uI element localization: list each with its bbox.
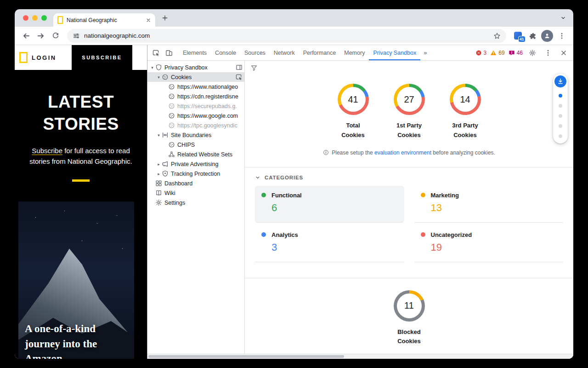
cookie-summary: 41 Total Cookies 27 1st Party Cookies — [245, 61, 573, 140]
devtools-tab-performance[interactable]: Performance — [299, 45, 340, 60]
inspect-element-button[interactable] — [150, 47, 162, 59]
devtools-toolbar: ElementsConsoleSourcesNetworkPerformance… — [147, 45, 573, 61]
category-card-functional[interactable]: Functional6 — [255, 186, 404, 223]
hero-image[interactable]: A one-of-a-kind journey into the Amazon — [18, 201, 134, 359]
donut-ring: 41 — [338, 84, 369, 115]
reload-button[interactable] — [49, 29, 62, 43]
browser-toolbar: nationalgeographic.com 41 — [15, 27, 573, 45]
donut-value: 27 — [404, 94, 414, 105]
forward-button[interactable] — [34, 29, 48, 43]
bookmark-star-icon[interactable] — [493, 32, 501, 40]
category-color-dot — [261, 193, 266, 197]
tab-close-icon[interactable] — [146, 17, 151, 23]
tree-item-label: Private Advertising — [171, 161, 219, 167]
back-button[interactable] — [19, 29, 33, 43]
gear-icon — [529, 49, 536, 57]
scrollbar-thumb[interactable] — [148, 355, 344, 358]
devtools-close-button[interactable] — [558, 47, 570, 59]
cookie-icon — [168, 112, 175, 119]
devtools-tab-console[interactable]: Console — [211, 45, 240, 60]
category-card-marketing[interactable]: Marketing13 — [414, 186, 564, 223]
chevron-down-icon[interactable]: ▾ — [156, 75, 162, 80]
device-toolbar-button[interactable] — [163, 47, 175, 59]
donut-ring: 27 — [394, 84, 425, 115]
profile-avatar[interactable] — [541, 30, 553, 42]
natgeo-header: LOGIN SUBSCRIBE — [15, 45, 147, 70]
side-rail — [553, 74, 568, 144]
devtools-tab-sources[interactable]: Sources — [240, 45, 270, 60]
tree-item-tracking-protection[interactable]: ▸Tracking Protection — [147, 169, 244, 178]
tree-item-cookie-origin-1[interactable]: https://www.nationalgeo — [147, 82, 244, 92]
tab-search-button[interactable] — [560, 15, 566, 21]
site-settings-icon[interactable] — [73, 32, 80, 40]
chevron-right-icon[interactable]: ▸ — [156, 172, 162, 176]
rail-step-dot[interactable] — [559, 104, 562, 108]
tree-item-settings[interactable]: Settings — [147, 198, 244, 207]
setup-note-prefix: Please setup the — [332, 150, 374, 156]
close-window-button[interactable] — [23, 15, 28, 21]
tree-item-related-website-sets[interactable]: Related Website Sets — [147, 150, 244, 159]
inspect-icon[interactable] — [236, 74, 243, 80]
donut-ring: 14 — [450, 84, 481, 115]
download-report-button[interactable] — [554, 75, 566, 87]
donut-label: Blocked Cookies — [391, 328, 427, 347]
cookie-extension-button[interactable]: 41 — [511, 29, 525, 43]
rail-step-dot[interactable] — [559, 124, 562, 128]
fullscreen-window-button[interactable] — [41, 15, 47, 21]
rail-step-dot-active[interactable] — [559, 94, 562, 98]
tree-item-cookies[interactable]: ▾Cookies — [147, 72, 244, 82]
devtools-tab-elements[interactable]: Elements — [179, 45, 211, 60]
filter-icon[interactable] — [250, 64, 258, 72]
minimize-window-button[interactable] — [32, 15, 38, 21]
new-tab-button[interactable] — [162, 15, 168, 21]
privacy-sandbox-main: 41 Total Cookies 27 1st Party Cookies — [245, 61, 573, 359]
tree-item-cookie-origin-2[interactable]: https://cdn.registerdisne — [147, 92, 244, 101]
tree-item-cookie-origin-4[interactable]: https://www.google.com — [147, 111, 244, 121]
chevron-down-icon[interactable]: ▾ — [149, 65, 155, 70]
issues-badge[interactable]: 46 — [509, 50, 523, 56]
devtools-settings-button[interactable] — [526, 47, 538, 59]
rail-step-dot[interactable] — [559, 134, 562, 138]
devtools-menu-button[interactable] — [542, 47, 554, 59]
chevron-down-icon[interactable]: ▾ — [156, 133, 162, 138]
tree-item-site-boundaries[interactable]: ▾Site Boundaries — [147, 130, 244, 140]
tree-item-privacy-sandbox[interactable]: ▾Privacy Sandbox — [147, 63, 244, 72]
more-tabs-button[interactable]: » — [421, 49, 429, 56]
errors-badge[interactable]: 3 — [475, 50, 487, 56]
subscribe-button[interactable]: SUBSCRIBE — [72, 45, 132, 70]
tree-item-label: https://tpc.googlesyndic — [177, 122, 237, 129]
chevron-right-icon[interactable]: ▸ — [156, 162, 162, 167]
tree-item-private-advertising[interactable]: ▸Private Advertising — [147, 159, 244, 169]
tree-item-dashboard[interactable]: Dashboard — [147, 178, 244, 188]
devtools-tab-network[interactable]: Network — [270, 45, 299, 60]
window-controls — [23, 15, 47, 21]
tree-item-cookie-origin-5[interactable]: https://tpc.googlesyndic — [147, 121, 244, 130]
category-card-uncategorized[interactable]: Uncategorized19 — [414, 225, 564, 262]
third-party-cookies-donut: 14 3rd Party Cookies — [438, 84, 492, 140]
extensions-puzzle-button[interactable] — [526, 29, 539, 43]
categories-section-header[interactable]: CATEGORIES — [245, 167, 573, 186]
subscribe-link[interactable]: Subscribe — [32, 147, 62, 155]
book-icon — [155, 190, 162, 196]
donut-label: 1st Party Cookies — [391, 121, 427, 140]
devtools-tabs: ElementsConsoleSourcesNetworkPerformance… — [179, 45, 420, 60]
category-card-analytics[interactable]: Analytics3 — [255, 225, 404, 262]
tree-item-label: Site Boundaries — [171, 132, 211, 138]
browser-menu-button[interactable] — [555, 29, 569, 43]
rail-step-dot[interactable] — [559, 114, 562, 118]
natgeo-logo[interactable] — [19, 52, 28, 63]
tree-item-chips[interactable]: CHIPS — [147, 140, 244, 150]
horizontal-scrollbar[interactable] — [147, 354, 573, 359]
panel-toggle-icon[interactable] — [236, 64, 243, 71]
devtools-tab-privacy-sandbox[interactable]: Privacy Sandbox — [369, 45, 420, 60]
browser-tab[interactable]: National Geographic — [53, 13, 155, 27]
category-count: 6 — [271, 202, 398, 214]
address-bar[interactable]: nationalgeographic.com — [67, 29, 506, 43]
tree-item-wiki[interactable]: Wiki — [147, 188, 244, 198]
login-button[interactable]: LOGIN — [32, 54, 57, 61]
warnings-badge[interactable]: 69 — [490, 50, 504, 56]
devtools-tab-memory[interactable]: Memory — [340, 45, 369, 60]
chevron-down-icon — [255, 175, 260, 180]
evaluation-environment-link[interactable]: evaluation environment — [374, 150, 431, 156]
tree-item-cookie-origin-3[interactable]: https://securepubads.g. — [147, 101, 244, 111]
